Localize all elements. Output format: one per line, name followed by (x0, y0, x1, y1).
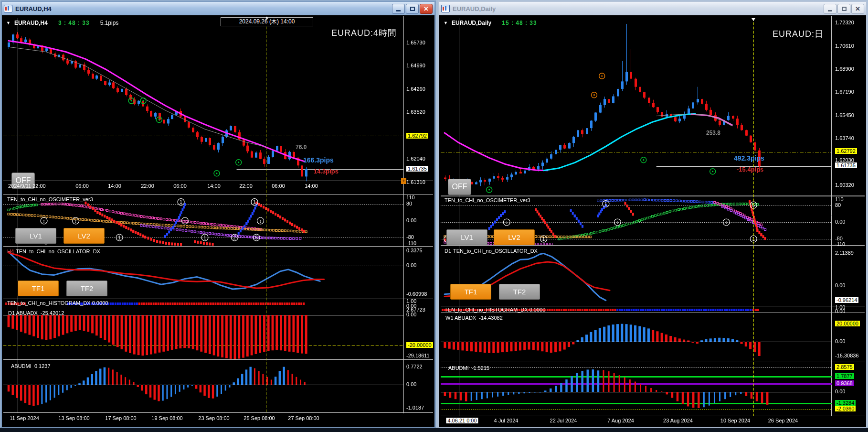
lv2-button[interactable]: LV2 (64, 228, 105, 244)
close-icon: ✕ (855, 6, 860, 12)
minimize-icon (828, 10, 832, 11)
chart-canvas[interactable] (3, 16, 433, 425)
close-button[interactable]: ✕ (851, 4, 864, 14)
maximize-icon (410, 7, 415, 11)
off-button[interactable]: OFF (448, 179, 471, 195)
chart-content: ▼ EURAUD,Daily 15 : 48 : 33 EURAUD:日 OFF… (441, 16, 865, 425)
close-icon: ✕ (423, 6, 429, 12)
chart-window-euraud-daily: EURAUD,Daily ✕ ▼ EURAUD,Daily 15 : 48 : … (438, 0, 868, 428)
tf2-button[interactable]: TF2 (66, 281, 107, 296)
minimize-button[interactable] (824, 4, 836, 14)
chart-window-euraud-h4: EURAUD,H4 ✕ ▼ EURAUD,H4 3 : 48 : 33 5.1p… (0, 0, 436, 428)
titlebar[interactable]: EURAUD,H4 ✕ (2, 2, 434, 15)
tf1-button[interactable]: TF1 (450, 284, 491, 300)
window-title: EURAUD,Daily (453, 5, 824, 12)
maximize-icon (842, 7, 847, 11)
chart-canvas[interactable] (441, 16, 865, 425)
maximize-button[interactable] (406, 4, 419, 14)
window-title: EURAUD,H4 (15, 5, 392, 12)
tf2-button[interactable]: TF2 (499, 284, 540, 300)
maximize-button[interactable] (837, 4, 850, 14)
minimize-button[interactable] (392, 4, 405, 14)
minimize-icon (396, 10, 401, 11)
tf1-button[interactable]: TF1 (18, 281, 59, 296)
lv2-button[interactable]: LV2 (494, 229, 535, 245)
chart-icon (441, 5, 450, 12)
chart-icon (4, 5, 12, 12)
off-button[interactable]: OFF (11, 173, 35, 189)
symbol-dropdown-icon[interactable]: ▼ (444, 21, 448, 25)
titlebar[interactable]: EURAUD,Daily ✕ (439, 2, 866, 15)
close-button[interactable]: ✕ (420, 4, 433, 14)
symbol-dropdown-icon[interactable]: ▼ (6, 21, 11, 25)
lv1-button[interactable]: LV1 (15, 228, 56, 244)
chart-content: ▼ EURAUD,H4 3 : 48 : 33 5.1pips 2024.09.… (3, 16, 433, 425)
lv1-button[interactable]: LV1 (446, 229, 487, 245)
app-bottom-edge (0, 428, 868, 432)
